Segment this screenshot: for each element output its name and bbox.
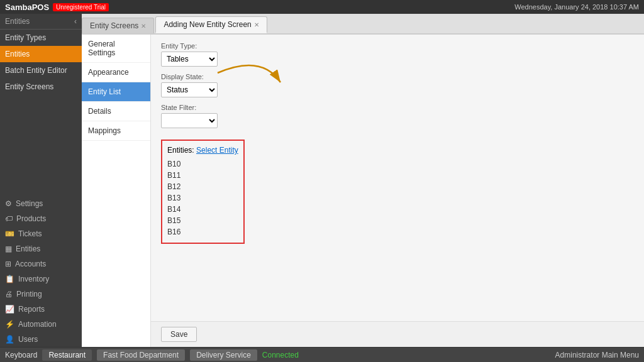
bottom-bar: Keyboard Restaurant Fast Food Department… bbox=[0, 347, 644, 362]
entities-box: Entities: Select Entity B10 B11 B12 B13 … bbox=[161, 140, 245, 244]
entity-type-label: Entity Type: bbox=[161, 42, 634, 50]
entity-type-row: Entity Type: Tables Customers Drivers bbox=[161, 42, 634, 67]
arrow-annotation bbox=[199, 67, 299, 98]
unregistered-badge: Unregistered Trial bbox=[53, 3, 109, 11]
sidebar-item-inventory[interactable]: 📋 Inventory bbox=[0, 272, 82, 287]
bottom-right-info: Administrator Main Menu bbox=[555, 351, 639, 359]
bottom-tab-fast-food[interactable]: Fast Food Department bbox=[97, 349, 185, 361]
datetime: Wednesday, January 24, 2018 10:37 AM bbox=[514, 3, 639, 11]
content-area: Entity Screens ✕ Adding New Entity Scree… bbox=[82, 14, 644, 347]
sidebar-item-general-settings[interactable]: General Settings bbox=[82, 35, 150, 63]
entity-item-b16: B16 bbox=[167, 226, 238, 238]
display-state-row: Display State: Status bbox=[161, 73, 634, 97]
tag-icon: 🏷 bbox=[5, 214, 13, 223]
state-filter-label: State Filter: bbox=[161, 104, 634, 111]
sidebar-item-batch-editor[interactable]: Batch Entity Editor bbox=[0, 62, 82, 79]
users-icon: 👤 bbox=[5, 335, 14, 344]
entity-item-b14: B14 bbox=[167, 204, 238, 215]
sidebar-item-automation[interactable]: ⚡ Automation bbox=[0, 317, 82, 332]
second-sidebar: General Settings Appearance Entity List … bbox=[82, 35, 151, 347]
sidebar-item-accounts[interactable]: ⊞ Accounts bbox=[0, 256, 82, 272]
inventory-icon: 📋 bbox=[5, 275, 14, 283]
entity-item-b13: B13 bbox=[167, 192, 238, 204]
left-sidebar: Entities ‹ Entity Types Entities Batch E… bbox=[0, 14, 82, 347]
tab-entity-screens[interactable]: Entity Screens ✕ bbox=[82, 18, 154, 33]
form-area: Entity Type: Tables Customers Drivers Di… bbox=[151, 35, 644, 321]
entity-item-b10: B10 bbox=[167, 158, 238, 170]
sidebar-item-printing[interactable]: 🖨 Printing bbox=[0, 287, 82, 302]
keyboard-label: Keyboard bbox=[5, 351, 37, 359]
save-button[interactable]: Save bbox=[161, 327, 197, 342]
sidebar-item-entity-list[interactable]: Entity List bbox=[82, 82, 150, 102]
sidebar-item-products[interactable]: 🏷 Products bbox=[0, 211, 82, 226]
automation-icon: ⚡ bbox=[5, 320, 14, 329]
sidebar-item-entity-screens[interactable]: Entity Screens bbox=[0, 79, 82, 95]
connected-status: Connected bbox=[262, 351, 299, 359]
tab-adding-entity[interactable]: Adding New Entity Screen ✕ bbox=[155, 16, 267, 33]
select-entity-link[interactable]: Select Entity bbox=[196, 146, 238, 155]
logo-area: SambaPOS Unregistered Trial bbox=[5, 3, 109, 12]
sidebar-item-settings[interactable]: ⚙ Settings bbox=[0, 196, 82, 211]
entities-header: Entities: Select Entity bbox=[167, 146, 238, 155]
entity-item-b12: B12 bbox=[167, 181, 238, 192]
top-bar: SambaPOS Unregistered Trial Wednesday, J… bbox=[0, 0, 644, 14]
close-entity-screens-tab[interactable]: ✕ bbox=[141, 23, 146, 30]
ticket-icon: 🎫 bbox=[5, 229, 14, 238]
sidebar-item-entities[interactable]: Entities bbox=[0, 46, 82, 62]
bottom-tab-restaurant[interactable]: Restaurant bbox=[42, 349, 92, 361]
tab-bar: Entity Screens ✕ Adding New Entity Scree… bbox=[82, 14, 644, 35]
sidebar-item-mappings[interactable]: Mappings bbox=[82, 121, 150, 141]
sidebar-item-users[interactable]: 👤 Users bbox=[0, 332, 82, 347]
inner-layout: General Settings Appearance Entity List … bbox=[82, 35, 644, 347]
report-icon: 📈 bbox=[5, 305, 14, 314]
gear-icon: ⚙ bbox=[5, 199, 12, 208]
sidebar-item-entity-types[interactable]: Entity Types bbox=[0, 30, 82, 46]
sidebar-item-entities-nav[interactable]: ▦ Entities bbox=[0, 241, 82, 256]
sidebar-item-appearance[interactable]: Appearance bbox=[82, 63, 150, 82]
logo-text: SambaPOS bbox=[5, 3, 49, 12]
sidebar-item-details[interactable]: Details bbox=[82, 102, 150, 121]
form-container: Entity Type: Tables Customers Drivers Di… bbox=[151, 35, 644, 347]
entity-item-b11: B11 bbox=[167, 170, 238, 181]
save-area: Save bbox=[151, 321, 644, 347]
state-filter-select[interactable] bbox=[161, 113, 218, 128]
state-filter-row: State Filter: bbox=[161, 104, 634, 128]
close-adding-entity-tab[interactable]: ✕ bbox=[254, 21, 259, 28]
entity-icon: ▦ bbox=[5, 244, 12, 253]
account-icon: ⊞ bbox=[5, 260, 11, 268]
entities-row: Entities: Select Entity B10 B11 B12 B13 … bbox=[161, 134, 634, 244]
main-layout: Entities ‹ Entity Types Entities Batch E… bbox=[0, 14, 644, 347]
entity-item-b15: B15 bbox=[167, 215, 238, 226]
print-icon: 🖨 bbox=[5, 290, 13, 299]
bottom-tab-delivery[interactable]: Delivery Service bbox=[190, 349, 257, 361]
sidebar-item-reports[interactable]: 📈 Reports bbox=[0, 302, 82, 317]
sidebar-item-tickets[interactable]: 🎫 Tickets bbox=[0, 226, 82, 241]
entity-type-select[interactable]: Tables Customers Drivers bbox=[161, 52, 218, 67]
sidebar-section-title: Entities ‹ bbox=[0, 14, 82, 30]
